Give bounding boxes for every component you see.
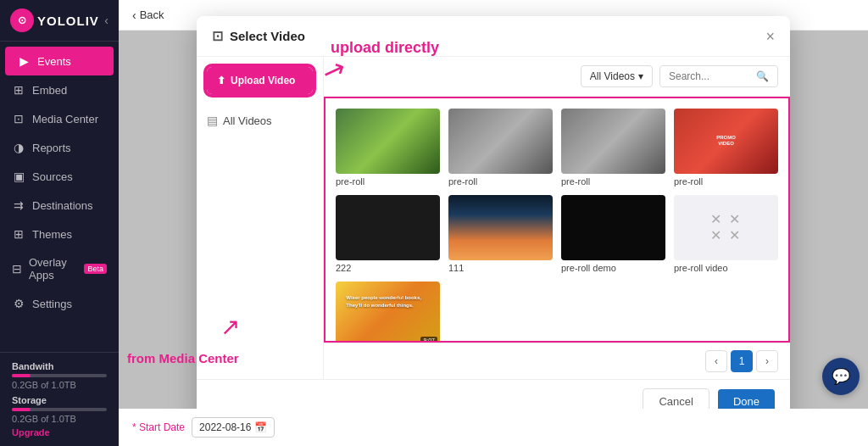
sidebar-item-media-center[interactable]: ⊡ Media Center <box>0 104 119 133</box>
pagination-next[interactable]: › <box>756 350 778 372</box>
video-thumb-8[interactable]: ✕ ✕✕ ✕ pre-roll video <box>674 195 778 273</box>
media-center-icon: ⊡ <box>12 112 25 125</box>
thumb-img-8: ✕ ✕✕ ✕ <box>674 195 778 260</box>
sidebar-item-label: Settings <box>32 298 72 310</box>
sidebar-item-label: Events <box>37 55 71 68</box>
video-file-icon: ⊡ <box>212 28 223 44</box>
sidebar-item-label: Destinations <box>32 199 93 212</box>
thumb-img-1 <box>336 109 440 174</box>
sidebar-nav: ▶ Events ⊞ Embed ⊡ Media Center ◑ Report… <box>0 42 119 352</box>
video-thumb-2[interactable]: pre-roll <box>448 109 553 187</box>
thumb-label-2: pre-roll <box>448 176 553 187</box>
storage-label: Storage <box>12 395 107 405</box>
sidebar-item-reports[interactable]: ◑ Reports <box>0 133 119 162</box>
logo-text: YOLOLIV <box>37 14 99 28</box>
video-thumb-7[interactable]: pre-roll demo <box>561 195 665 273</box>
pagination-prev[interactable]: ‹ <box>705 350 727 372</box>
themes-icon: ⊞ <box>12 227 25 241</box>
modal-title: ⊡ Select Video <box>212 28 305 44</box>
beta-badge: Beta <box>84 264 107 274</box>
filter-dropdown[interactable]: All Videos ▾ <box>581 65 653 87</box>
thumb-label-3: pre-roll <box>561 176 665 187</box>
modal-header: ⊡ Select Video × <box>197 16 790 57</box>
thumb-img-2 <box>448 109 553 174</box>
thumb-label-5: 222 <box>336 263 440 273</box>
upload-btn-container: ⬆ Upload Video <box>197 67 323 104</box>
thumb-img-6 <box>448 195 553 260</box>
sidebar-item-embed[interactable]: ⊞ Embed <box>0 75 119 104</box>
modal-sidebar: ⬆ Upload Video ▤ All Videos <box>197 57 324 379</box>
thumb-label-1: pre-roll <box>336 176 440 187</box>
sidebar-item-destinations[interactable]: ⇉ Destinations <box>0 191 119 220</box>
sidebar-item-label: Sources <box>32 170 73 183</box>
video-thumb-5[interactable]: 222 <box>336 195 440 273</box>
bandwidth-progress <box>12 374 107 377</box>
bottom-bar: * Start Date 2022-08-16 📅 <box>119 409 868 446</box>
modal-content-area: All Videos ▾ 🔍 pre-roll <box>324 57 790 379</box>
back-icon: ‹ <box>132 8 136 22</box>
thumb-img-5 <box>336 195 440 260</box>
search-input[interactable] <box>669 70 753 82</box>
modal-toolbar: All Videos ▾ 🔍 <box>324 57 790 97</box>
sidebar-item-sources[interactable]: ▣ Sources <box>0 162 119 191</box>
all-videos-folder[interactable]: ▤ All Videos <box>197 108 323 133</box>
thumb-label-7: pre-roll demo <box>561 263 665 273</box>
bandwidth-label: Bandwith <box>12 361 107 371</box>
main-area: ‹ Back upload directly ↙ from Media Cent… <box>119 0 868 446</box>
upgrade-button[interactable]: Upgrade <box>12 427 107 438</box>
sources-icon: ▣ <box>12 170 25 183</box>
yellow-text-overlay: Wiser people wonderful books,They'll do … <box>346 294 421 309</box>
video-thumb-1[interactable]: pre-roll <box>336 109 440 187</box>
sidebar-item-label: Embed <box>32 84 67 97</box>
upload-video-button[interactable]: ⬆ Upload Video <box>207 67 313 94</box>
video-thumb-6[interactable]: 111 <box>448 195 553 273</box>
sidebar-logo: ⊙ YOLOLIV ‹ <box>0 0 119 42</box>
storage-progress <box>12 408 107 411</box>
sidebar: ⊙ YOLOLIV ‹ ▶ Events ⊞ Embed ⊡ Media Cen… <box>0 0 119 446</box>
back-button[interactable]: ‹ Back <box>132 8 164 22</box>
sidebar-item-label: Overlay Apps <box>29 256 74 282</box>
destinations-icon: ⇉ <box>12 198 25 212</box>
sidebar-item-themes[interactable]: ⊞ Themes <box>0 220 119 248</box>
video-thumb-9[interactable]: Wiser people wonderful books,They'll do … <box>336 282 440 343</box>
sidebar-item-label: Media Center <box>32 113 98 125</box>
overlay-apps-icon: ⊟ <box>12 262 22 276</box>
modal-body: ⬆ Upload Video ▤ All Videos All Videos <box>197 57 790 379</box>
select-video-modal: ⊡ Select Video × ⬆ Upload Video ▤ <box>197 16 790 423</box>
settings-icon: ⚙ <box>12 297 25 310</box>
search-box[interactable]: 🔍 <box>659 65 778 87</box>
thumb-img-4: PROMOVIDEO <box>674 109 778 174</box>
search-icon: 🔍 <box>756 70 769 82</box>
start-date-label: * Start Date <box>132 421 185 433</box>
pagination-current[interactable]: 1 <box>731 350 753 372</box>
sidebar-bottom: Bandwith 0.2GB of 1.0TB Storage 0.2GB of… <box>0 352 119 446</box>
reports-icon: ◑ <box>12 141 25 154</box>
thumb-img-9: Wiser people wonderful books,They'll do … <box>336 282 440 343</box>
start-date-input[interactable]: 2022-08-16 📅 <box>192 417 275 438</box>
video-thumb-4[interactable]: PROMOVIDEO pre-roll <box>674 109 778 187</box>
logo-icon: ⊙ <box>10 8 34 32</box>
pagination: ‹ 1 › <box>324 343 790 379</box>
thumb-label-6: 111 <box>448 263 553 273</box>
modal-backdrop: upload directly ↙ from Media Center ↗ ⊡ … <box>119 31 868 409</box>
duration-badge: 9:07 <box>420 337 437 343</box>
sidebar-item-settings[interactable]: ⚙ Settings <box>0 289 119 318</box>
video-thumb-3[interactable]: pre-roll <box>561 109 665 187</box>
thumb-label-8: pre-roll video <box>674 263 778 273</box>
video-grid: pre-roll pre-roll pre-roll PROMOV <box>324 97 790 343</box>
sidebar-item-overlay-apps[interactable]: ⊟ Overlay Apps Beta <box>0 248 119 289</box>
embed-icon: ⊞ <box>12 83 25 97</box>
chat-icon: 💬 <box>832 367 850 386</box>
calendar-icon: 📅 <box>254 421 267 433</box>
sidebar-collapse-icon[interactable]: ‹ <box>104 14 108 27</box>
chat-button[interactable]: 💬 <box>822 358 860 395</box>
sidebar-item-events[interactable]: ▶ Events <box>5 47 114 75</box>
thumb-label-4: pre-roll <box>674 176 778 187</box>
xo-pattern: ✕ ✕✕ ✕ <box>710 211 741 243</box>
modal-close-button[interactable]: × <box>765 29 775 44</box>
storage-usage: 0.2GB of 1.0TB <box>12 414 107 424</box>
back-label: Back <box>140 8 164 21</box>
sidebar-item-label: Reports <box>32 142 71 154</box>
events-icon: ▶ <box>17 54 31 68</box>
sidebar-item-label: Themes <box>32 228 72 241</box>
